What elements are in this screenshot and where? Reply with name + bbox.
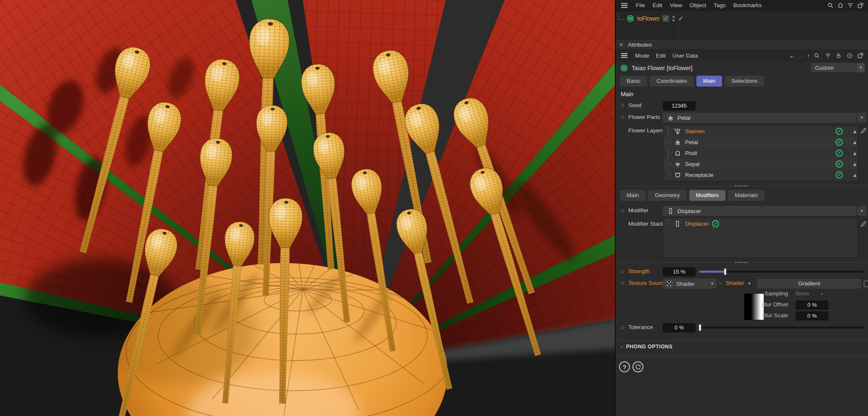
visibility-dots-icon[interactable] [672,16,675,21]
tolerance-slider[interactable] [699,326,864,329]
chevron-down-icon: ▼ [710,282,714,286]
solo-triangle-icon[interactable]: ▲ [852,161,857,167]
enabled-check-icon[interactable]: ✓ [678,15,684,22]
menu-object[interactable]: Object [690,2,706,8]
object-name[interactable]: toFlower [637,15,660,22]
keyframe-diamond-icon[interactable]: ◇ [621,269,624,274]
tab-geometry[interactable]: Geometry [648,190,686,201]
search-icon[interactable] [826,1,834,10]
menu-file[interactable]: File [636,2,645,8]
pop-out-icon[interactable] [856,1,865,10]
pick-pencil-icon[interactable] [860,127,867,134]
flower-parts-value: Petal [677,115,691,121]
group-separator[interactable]: •••••• [616,184,868,188]
tab-materials[interactable]: Materials [728,190,765,201]
chevron-down-icon: ▼ [748,282,752,286]
tab-modifiers[interactable]: Modifiers [689,190,726,201]
layer-chip-icon[interactable] [662,15,669,22]
layer-row-sepal[interactable]: Sepal ✓ ▲ [663,158,857,169]
divider [616,340,868,341]
tab-main-sub[interactable]: Main [620,190,646,201]
shader-slot-label[interactable]: Shader▼ [726,280,751,286]
blur-scale-label: Blur Scale [754,312,788,319]
pick-pencil-icon[interactable] [860,220,867,228]
object-manager-column-divider [679,22,679,40]
close-icon[interactable]: ✕ [619,42,624,48]
layer-row-pistil[interactable]: Pistil ✓ ▲ [663,147,857,158]
divider [616,355,868,356]
enabled-check-icon[interactable]: ✓ [836,139,843,146]
tab-basic[interactable]: Basic [620,76,647,87]
tab-coordinates[interactable]: Coordinates [650,76,694,87]
hamburger-menu-icon[interactable] [620,1,628,10]
enabled-check-icon[interactable]: ✓ [712,220,719,227]
menu-edit-attr[interactable]: Edit [656,53,666,59]
layer-row-petal[interactable]: Petal ✓ ▲ [663,137,857,147]
tolerance-input[interactable]: 0 % [663,323,696,332]
browse-square-icon[interactable] [864,281,868,287]
focus-target-icon[interactable] [845,51,854,60]
phong-options-section[interactable]: › PHONG OPTIONS [621,344,672,350]
modifier-stack-list: Displacer ✓ [663,218,858,258]
pop-out-icon[interactable] [856,51,865,60]
tab-main[interactable]: Main [696,76,722,87]
enabled-check-icon[interactable]: ✓ [836,171,843,179]
back-arrow-icon[interactable]: ← [789,52,796,59]
keyframe-diamond-icon[interactable]: ◇ [621,280,624,286]
preset-dropdown[interactable]: Custom▼ [811,63,865,72]
flower-object-icon [620,64,628,72]
object-row-toflower[interactable]: toFlower ✓ [618,13,683,24]
blur-scale-input[interactable]: 0 % [796,311,828,321]
flower-parts-dropdown[interactable]: Petal [663,113,856,123]
texture-source-row: ◇ Texture Source Shader ▼ › Shader▼ Grad… [616,279,868,289]
solo-triangle-icon[interactable]: ▲ [852,150,857,156]
chevron-down-icon[interactable]: ▼ [857,206,866,216]
seed-input[interactable]: 12345 [663,101,696,111]
enabled-check-icon[interactable]: ✓ [836,161,843,168]
enabled-check-icon[interactable]: ✓ [836,150,843,157]
panel-menu-bar: File Edit View Object Tags Bookmarks [616,0,868,11]
chevron-down-icon[interactable]: ▼ [857,113,866,123]
filter-icon[interactable] [846,1,855,10]
menu-edit[interactable]: Edit [653,2,662,8]
object-title: Taiao Flower [toFlower] [632,65,693,71]
solo-triangle-icon[interactable]: ▲ [852,172,857,178]
search-icon[interactable] [812,51,821,60]
solo-triangle-icon[interactable]: ▲ [852,139,857,145]
forward-arrow-icon[interactable]: → [798,52,804,59]
stack-row-displacer[interactable]: Displacer ✓ [663,218,857,229]
strength-input[interactable]: 15 % [663,267,696,276]
lock-icon[interactable] [834,51,843,60]
strength-slider[interactable] [699,271,864,273]
menu-mode[interactable]: Mode [635,53,649,59]
sampling-dropdown[interactable]: None▼ [796,290,824,297]
layer-name: Petal [685,139,698,145]
home-icon[interactable] [836,1,844,10]
viewport-3d[interactable] [0,0,615,416]
group-separator[interactable]: •••••• [616,261,868,264]
keyframe-diamond-icon[interactable]: ◇ [621,324,624,330]
filter-icon[interactable] [823,51,832,60]
texture-type-dropdown[interactable]: Shader ▼ [663,279,717,289]
up-arrow-icon[interactable]: ↑ [807,52,810,59]
help-icon[interactable]: ? [619,361,630,372]
modifier-dropdown[interactable]: Displacer [663,206,856,216]
solo-triangle-icon[interactable]: ▲ [852,128,857,134]
modifier-tabs: Main Geometry Modifiers Materials [620,190,765,201]
blur-offset-input[interactable]: 0 % [796,300,828,310]
enabled-check-icon[interactable]: ✓ [836,128,843,135]
gradient-shader-button[interactable]: Gradient [757,279,861,289]
layer-row-stamen[interactable]: Stamen ✓ ▲ [663,126,857,137]
keyframe-diamond-icon[interactable]: ◇ [621,208,624,213]
menu-tags[interactable]: Tags [714,2,726,8]
keyframe-diamond-icon[interactable]: ◇ [621,103,624,108]
keyframe-diamond-icon[interactable]: ◇ [621,114,624,120]
reset-refresh-icon[interactable] [632,361,643,372]
menu-bookmarks[interactable]: Bookmarks [733,2,762,8]
layer-name: Receptacle [685,172,714,178]
menu-view[interactable]: View [670,2,682,8]
layer-row-receptacle[interactable]: Receptacle ✓ ▲ [663,169,857,180]
hamburger-menu-icon[interactable] [620,51,628,60]
tab-selections[interactable]: Selections [725,76,764,87]
menu-user-data[interactable]: User Data [672,53,698,59]
